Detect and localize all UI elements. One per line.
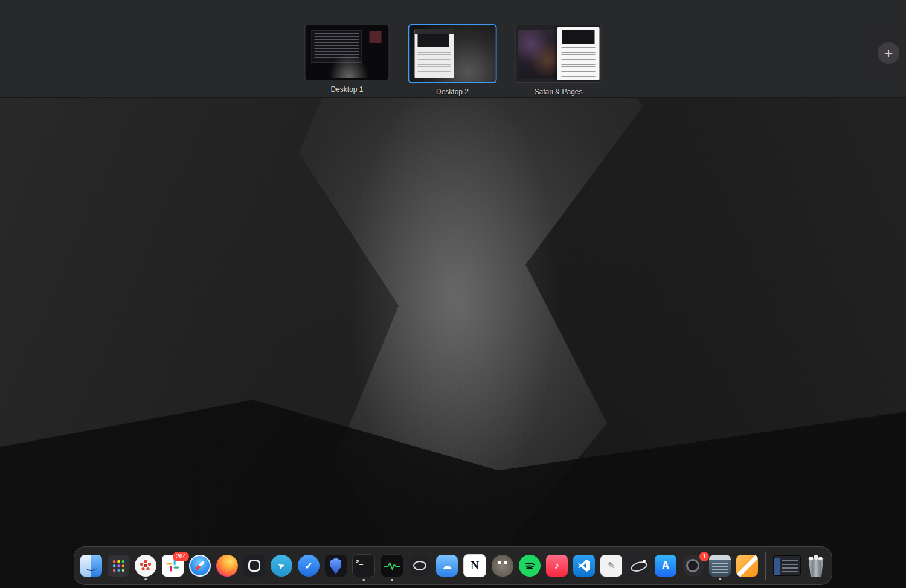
dock-app-pages[interactable] — [736, 555, 758, 577]
minimized-window-thumbnail — [773, 555, 801, 576]
dock: 264 ➤ ✓ >_ — [74, 546, 832, 585]
dock-app-things[interactable]: ✓ — [298, 555, 320, 577]
dock-app-app-store[interactable]: A — [655, 555, 676, 577]
notion-n-glyph: N — [471, 559, 479, 572]
dock-separator — [765, 552, 766, 580]
thumbnail-glow — [329, 53, 368, 78]
space-thumbnail-safari-pages[interactable] — [516, 25, 601, 82]
dock-app-red-dots[interactable] — [135, 555, 156, 577]
dock-app-terminal[interactable]: >_ — [352, 554, 375, 577]
safari-compass-icon — [189, 555, 211, 577]
space-label-safari-pages: Safari & Pages — [534, 88, 582, 96]
dock-app-vscode[interactable] — [573, 555, 595, 577]
plus-icon: + — [878, 42, 899, 64]
dock-app-orbit[interactable] — [628, 555, 649, 577]
dock-app-firefox[interactable] — [216, 555, 238, 577]
cloud-glyph: ☁ — [442, 560, 452, 572]
running-indicator — [144, 578, 147, 581]
music-note-icon: ♪ — [546, 555, 568, 577]
checkmark-glyph: ✓ — [304, 560, 313, 572]
cloud-icon: ☁ — [436, 555, 458, 577]
dock-trash[interactable] — [806, 555, 826, 577]
dock-app-slack[interactable]: 264 — [162, 555, 184, 577]
pencil-glyph: ✎ — [608, 560, 615, 571]
red-dots-icon — [135, 555, 156, 577]
music-note-glyph: ♪ — [554, 560, 560, 572]
dock-app-cloud[interactable]: ☁ — [436, 555, 458, 577]
dock-app-spotify[interactable] — [519, 555, 541, 577]
dock-app-pencil[interactable]: ✎ — [600, 555, 622, 577]
paper-plane-icon: ➤ — [271, 555, 292, 577]
space-desktop-2[interactable]: Desktop 2 — [410, 25, 496, 96]
thumbnail-red-window — [370, 31, 381, 43]
dock-app-launchpad[interactable] — [108, 555, 129, 577]
dock-app-safari[interactable] — [189, 555, 211, 577]
paper-plane-glyph: ➤ — [277, 560, 286, 571]
dock-app-gimp[interactable] — [492, 555, 513, 577]
notion-n-icon: N — [463, 554, 486, 577]
spotify-arcs-icon — [519, 555, 541, 577]
dock-app-shield[interactable] — [325, 555, 347, 577]
space-safari-pages[interactable]: Safari & Pages — [516, 25, 601, 96]
terminal-prompt-icon: >_ — [352, 554, 375, 577]
pencil-icon: ✎ — [600, 555, 622, 577]
checkmark-icon: ✓ — [298, 555, 320, 577]
running-indicator — [391, 579, 393, 581]
space-thumbnail-desktop-1[interactable] — [306, 25, 389, 80]
space-label-desktop-2: Desktop 2 — [436, 88, 469, 96]
thumbnail-document-image — [418, 34, 449, 47]
running-indicator — [362, 579, 365, 581]
mission-control-screen: Desktop 1 Desktop 2 Safari & Pages + — [0, 0, 906, 588]
add-space-button[interactable]: + — [871, 27, 906, 80]
notification-badge: 264 — [173, 552, 189, 561]
oval-ring-icon — [409, 555, 431, 577]
terminal-prompt-glyph: >_ — [353, 555, 363, 564]
firefox-icon — [216, 555, 238, 577]
spaces-list: Desktop 1 Desktop 2 Safari & Pages — [306, 25, 601, 96]
window-outline-icon — [243, 555, 265, 577]
dock-app-apple-music[interactable]: ♪ — [546, 555, 568, 577]
mini-window-icon — [709, 555, 731, 577]
dock-minimized-window[interactable] — [773, 555, 801, 576]
app-store-a-glyph: A — [662, 560, 669, 572]
dock-app-around[interactable] — [409, 555, 431, 577]
dock-app-preview-window[interactable] — [709, 555, 731, 577]
dock-app-notion[interactable]: N — [463, 554, 486, 577]
dock-app-telegram[interactable]: ➤ — [271, 555, 292, 577]
gimp-mascot-icon — [492, 555, 513, 577]
orbit-ring-icon — [628, 555, 649, 577]
running-indicator — [719, 578, 721, 581]
thumbnail-safari-window — [518, 30, 560, 79]
finder-icon — [80, 555, 102, 577]
vscode-ribbon-icon — [573, 555, 595, 577]
app-store-a-icon: A — [655, 555, 676, 577]
launchpad-icon — [108, 555, 129, 577]
dock-app-window-manager[interactable] — [243, 555, 265, 577]
dock-app-activity-monitor[interactable] — [381, 554, 403, 577]
shield-icon — [325, 555, 347, 577]
thumbnail-pages-window — [557, 27, 599, 80]
space-thumbnail-desktop-2[interactable] — [410, 25, 496, 82]
spaces-bar: Desktop 1 Desktop 2 Safari & Pages + — [0, 0, 906, 98]
notification-badge: 1 — [699, 552, 709, 561]
dock-app-ring[interactable]: 1 — [682, 555, 704, 577]
trash-icon — [806, 555, 826, 577]
dock-app-finder[interactable] — [80, 555, 102, 577]
orange-pencil-icon — [736, 555, 758, 577]
waveform-icon — [381, 554, 403, 577]
plus-glyph: + — [884, 46, 893, 61]
space-label-desktop-1: Desktop 1 — [330, 85, 363, 94]
space-desktop-1[interactable]: Desktop 1 — [306, 25, 389, 94]
